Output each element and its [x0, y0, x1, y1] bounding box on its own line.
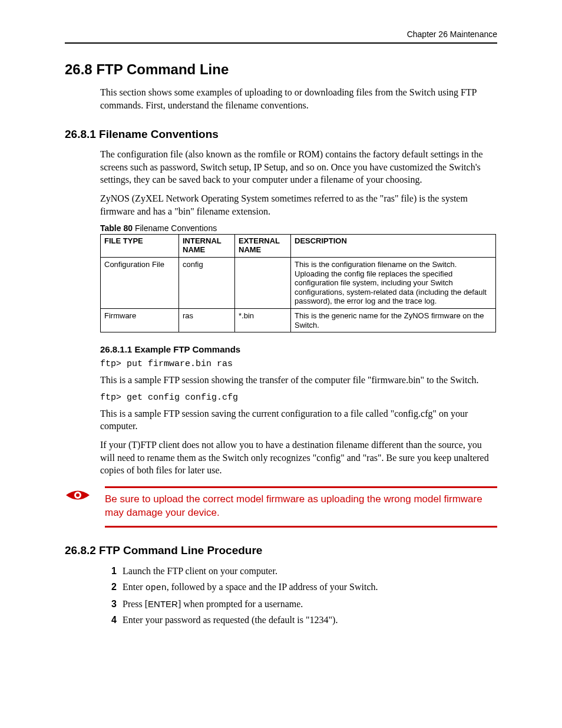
ftp-command: ftp> get config config.cfg: [100, 393, 497, 403]
para: This is a sample FTP session saving the …: [100, 407, 497, 433]
step-4: 4 Enter your password as requested (the …: [100, 613, 497, 627]
section-intro: This section shows some examples of uplo…: [100, 86, 497, 111]
th-external-name: EXTERNAL NAME: [235, 235, 291, 258]
step-number: 3: [100, 597, 117, 611]
para: This is a sample FTP session showing the…: [100, 374, 497, 387]
header-rule: [65, 42, 497, 44]
th-internal-name: INTERNAL NAME: [179, 235, 235, 258]
ftp-command: ftp> put firmware.bin ras: [100, 359, 497, 369]
step-text-part: Press [: [123, 599, 148, 609]
th-description: DESCRIPTION: [291, 235, 496, 258]
step-1: 1 Launch the FTP client on your computer…: [100, 564, 497, 578]
svg-point-1: [76, 493, 80, 497]
table-row: Configuration File config This is the co…: [101, 258, 496, 309]
subsection-heading-1: 26.8.1 Filename Conventions: [65, 128, 497, 141]
cell-internal: config: [179, 258, 235, 309]
warning-bottom-rule: [105, 526, 497, 528]
warning-top-rule: [105, 486, 497, 488]
step-text-part: Enter: [123, 582, 146, 592]
step-number: 2: [100, 580, 117, 595]
para: If your (T)FTP client does not allow you…: [100, 439, 497, 477]
step-text: Launch the FTP client on your computer.: [123, 564, 277, 578]
para: ZyNOS (ZyXEL Network Operating System so…: [100, 192, 497, 218]
warning-eye-icon: [65, 486, 99, 506]
procedure-steps: 1 Launch the FTP client on your computer…: [100, 564, 497, 627]
subsubsection-heading: 26.8.1.1 Example FTP Commands: [100, 344, 497, 354]
cell-internal: ras: [179, 309, 235, 332]
step-text-part: , followed by a space and the IP address…: [167, 582, 378, 592]
table-title: Filename Conventions: [133, 223, 217, 233]
warning-callout: Be sure to upload the correct model firm…: [65, 486, 497, 528]
cell-external: *.bin: [235, 309, 291, 332]
subsection-heading-2: 26.8.2 FTP Command Line Procedure: [65, 544, 497, 557]
filename-conventions-table: FILE TYPE INTERNAL NAME EXTERNAL NAME DE…: [100, 234, 496, 332]
table-caption: Table 80 Filename Conventions: [100, 223, 497, 233]
step-number: 1: [100, 564, 117, 578]
step-text-part: ] when prompted for a username.: [178, 599, 303, 609]
step-3: 3 Press [ENTER] when prompted for a user…: [100, 597, 497, 611]
table-row: Firmware ras *.bin This is the generic n…: [101, 309, 496, 332]
key-name: ENTER: [148, 599, 178, 609]
cell-external: [235, 258, 291, 309]
para: The configuration file (also known as th…: [100, 148, 497, 186]
chapter-header: Chapter 26 Maintenance: [65, 29, 497, 39]
cell-desc: This is the generic name for the ZyNOS f…: [291, 309, 496, 332]
step-text: Enter open, followed by a space and the …: [123, 580, 378, 595]
cell-desc: This is the configuration filename on th…: [291, 258, 496, 309]
th-file-type: FILE TYPE: [101, 235, 179, 258]
cell-file-type: Configuration File: [101, 258, 179, 309]
inline-code: open: [146, 583, 167, 593]
step-2: 2 Enter open, followed by a space and th…: [100, 580, 497, 595]
step-number: 4: [100, 613, 117, 627]
step-text: Enter your password as requested (the de…: [123, 613, 338, 627]
cell-file-type: Firmware: [101, 309, 179, 332]
section-heading: 26.8 FTP Command Line: [65, 61, 497, 78]
step-text: Press [ENTER] when prompted for a userna…: [123, 597, 303, 611]
warning-text: Be sure to upload the correct model firm…: [105, 493, 497, 520]
table-number: Table 80: [100, 223, 133, 233]
